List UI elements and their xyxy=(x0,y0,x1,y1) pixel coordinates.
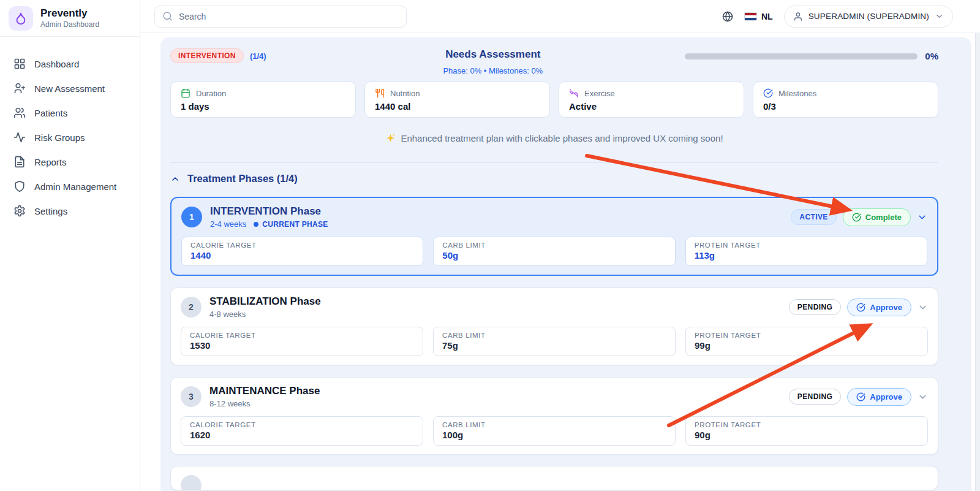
sidebar-item-label: Patients xyxy=(34,108,67,118)
phase-number-badge: 3 xyxy=(181,386,202,407)
sidebar: Prevently Admin Dashboard Dashboard New … xyxy=(0,0,140,491)
section-title: Treatment Phases (1/4) xyxy=(187,173,298,185)
circle-check-icon xyxy=(856,303,865,312)
circle-check-icon xyxy=(856,392,865,402)
sidebar-item-label: Dashboard xyxy=(34,59,79,69)
phase-duration: 2-4 weeks xyxy=(210,219,246,229)
search-icon xyxy=(162,11,173,21)
activity-pulse-icon xyxy=(13,131,26,143)
phase-count: (1/4) xyxy=(250,51,266,61)
user-icon xyxy=(793,12,803,21)
phase-card-maintenance: 3 MAINTENANCE Phase 8-12 weeks PENDING A… xyxy=(170,377,938,455)
status-badge: PENDING xyxy=(789,299,841,315)
phase-duration: 4-8 weeks xyxy=(209,310,246,319)
sidebar-item-label: Admin Management xyxy=(34,181,116,192)
people-icon xyxy=(13,107,26,119)
person-plus-icon xyxy=(13,82,26,94)
chevron-down-icon[interactable] xyxy=(918,392,928,402)
droplet-logo-icon xyxy=(9,6,33,31)
sidebar-item-settings[interactable]: Settings xyxy=(0,199,140,223)
stat-value: 1440 cal xyxy=(375,101,540,112)
metric-carb-limit: CARB LIMIT 75g xyxy=(433,327,676,356)
calendar-icon xyxy=(181,88,190,98)
metric-calorie-target: CALORIE TARGET 1530 xyxy=(181,327,423,356)
stat-card-exercise: Exercise Active xyxy=(559,82,744,118)
metric-calorie-target: CALORIE TARGET 1440 xyxy=(181,237,423,266)
divider xyxy=(170,162,938,163)
phase-title: INTERVENTION Phase xyxy=(210,205,328,218)
user-label: SUPERADMIN (SUPERADMIN) xyxy=(809,12,929,21)
stat-value: 0/3 xyxy=(763,101,928,112)
intervention-phase-badge: INTERVENTION xyxy=(170,48,244,63)
netherlands-flag-icon xyxy=(744,12,757,21)
gear-icon xyxy=(13,205,26,217)
brand-name: Prevently xyxy=(40,7,99,20)
sidebar-item-risk-groups[interactable]: Risk Groups xyxy=(0,125,140,150)
sidebar-item-admin-management[interactable]: Admin Management xyxy=(0,174,140,199)
stat-label: Exercise xyxy=(584,89,615,98)
sidebar-item-dashboard[interactable]: Dashboard xyxy=(0,51,140,76)
stat-value: 1 days xyxy=(181,101,345,112)
phase-number-badge: 2 xyxy=(181,297,202,318)
approve-phase-button[interactable]: Approve xyxy=(847,299,911,316)
circle-check-icon xyxy=(852,213,861,222)
metric-protein-target: PROTEIN TARGET 113g xyxy=(685,237,927,266)
brand-subtitle: Admin Dashboard xyxy=(40,20,99,29)
phase-number-badge: 1 xyxy=(181,207,202,227)
document-icon xyxy=(13,156,26,168)
user-menu-button[interactable]: SUPERADMIN (SUPERADMIN) xyxy=(784,6,953,28)
stat-card-nutrition: Nutrition 1440 cal xyxy=(364,82,550,118)
complete-phase-button[interactable]: Complete xyxy=(843,208,911,226)
phase-milestones-subtitle: Phase: 0% • Milestones: 0% xyxy=(443,66,543,75)
stat-label: Duration xyxy=(196,89,226,98)
sidebar-item-reports[interactable]: Reports xyxy=(0,150,140,174)
phase-card-intervention: 1 INTERVENTION Phase 2-4 weeks CURRENT P… xyxy=(170,197,938,276)
approve-phase-button[interactable]: Approve xyxy=(847,388,911,406)
vertical-scrollbar[interactable] xyxy=(975,0,980,491)
chevron-down-icon xyxy=(935,12,944,21)
metric-carb-limit: CARB LIMIT 100g xyxy=(433,416,676,446)
progress-bar xyxy=(685,53,918,59)
phase-card-stabilization: 2 STABILIZATION Phase 4-8 weeks PENDING … xyxy=(170,287,938,365)
coming-soon-banner: Enhanced treatment plan with clickable p… xyxy=(170,129,938,147)
sidebar-item-label: New Assessment xyxy=(34,83,105,94)
banner-text: Enhanced treatment plan with clickable p… xyxy=(401,133,723,143)
current-dot-icon xyxy=(254,222,258,227)
brand: Prevently Admin Dashboard xyxy=(0,0,140,37)
stat-label: Nutrition xyxy=(390,89,420,98)
language-code: NL xyxy=(761,12,773,21)
stat-label: Milestones xyxy=(778,89,816,98)
chevron-up-icon xyxy=(170,174,180,184)
metric-protein-target: PROTEIN TARGET 90g xyxy=(685,416,928,446)
status-badge: ACTIVE xyxy=(791,209,836,225)
sidebar-item-new-assessment[interactable]: New Assessment xyxy=(0,76,140,101)
stat-card-milestones: Milestones 0/3 xyxy=(753,82,938,118)
topbar: NL SUPERADMIN (SUPERADMIN) xyxy=(140,0,980,33)
sidebar-item-patients[interactable]: Patients xyxy=(0,101,140,125)
phase-title: MAINTENANCE Phase xyxy=(209,385,320,397)
sidebar-nav: Dashboard New Assessment Patients Risk G… xyxy=(0,37,140,223)
sidebar-item-label: Reports xyxy=(34,157,67,167)
shield-icon xyxy=(13,180,26,192)
phase-duration: 8-12 weeks xyxy=(209,399,250,408)
dashboard-grid-icon xyxy=(13,58,26,70)
status-badge: PENDING xyxy=(789,389,841,405)
assessment-panel: INTERVENTION (1/4) Needs Assessment Phas… xyxy=(160,37,971,491)
stat-card-duration: Duration 1 days xyxy=(170,82,356,118)
globe-icon[interactable] xyxy=(722,11,733,22)
chevron-down-icon[interactable] xyxy=(918,302,928,313)
treatment-phases-toggle[interactable]: Treatment Phases (1/4) xyxy=(170,173,938,185)
phase-title: STABILIZATION Phase xyxy=(209,295,321,308)
phase-number-badge xyxy=(181,475,202,490)
search-input[interactable] xyxy=(179,12,399,21)
page-title: Needs Assessment xyxy=(443,48,543,61)
sidebar-item-label: Risk Groups xyxy=(34,132,85,143)
current-phase-chip: CURRENT PHASE xyxy=(254,220,328,229)
assessment-header: INTERVENTION (1/4) Needs Assessment Phas… xyxy=(170,44,938,79)
sidebar-item-label: Settings xyxy=(34,206,67,216)
chevron-down-icon[interactable] xyxy=(917,212,927,223)
metric-carb-limit: CARB LIMIT 50g xyxy=(433,237,675,266)
stats-row: Duration 1 days Nutrition 1440 cal Exerc… xyxy=(170,82,938,118)
language-selector[interactable]: NL xyxy=(744,12,773,21)
phase-card-partial xyxy=(170,466,938,490)
